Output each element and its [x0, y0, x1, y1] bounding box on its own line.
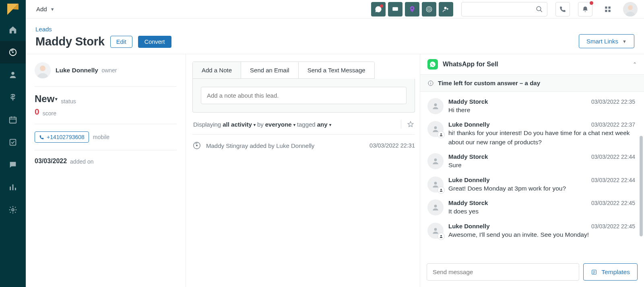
message-avatar: [427, 223, 444, 239]
message-text: It does yes: [448, 207, 635, 216]
activity-text: Maddy Stingray added by Luke Donnelly: [206, 142, 314, 149]
svg-point-19: [628, 5, 633, 10]
filter-who-dropdown[interactable]: everyone ▾: [265, 121, 295, 128]
message-time: 03/03/2022 22:44: [591, 154, 635, 160]
chat-message-input[interactable]: [427, 263, 579, 281]
tab-add-note[interactable]: Add a Note: [193, 62, 241, 78]
message-text: Sure: [448, 161, 635, 170]
notifications-button[interactable]: [578, 2, 592, 16]
lead-name-title: Maddy Stork: [35, 35, 105, 48]
profile-avatar[interactable]: [623, 2, 638, 16]
filter-activity-dropdown[interactable]: all activity ▾: [223, 121, 256, 128]
svg-point-7: [12, 209, 14, 211]
message-time: 03/03/2022 22:45: [591, 223, 635, 230]
message-sender: Maddy Storck: [448, 153, 488, 160]
message-avatar: [427, 121, 444, 137]
status-label: status: [61, 98, 76, 105]
nav-reports[interactable]: [0, 176, 26, 199]
edit-button[interactable]: Edit: [110, 36, 132, 48]
app-logo[interactable]: [0, 0, 26, 18]
svg-point-25: [434, 103, 437, 106]
templates-button[interactable]: Templates: [583, 263, 638, 281]
location-app-icon[interactable]: [405, 2, 419, 16]
svg-point-32: [434, 228, 437, 231]
message-sender: Luke Donnelly: [448, 176, 490, 183]
message-avatar: [427, 199, 444, 215]
convert-button[interactable]: Convert: [138, 36, 171, 48]
svg-point-12: [444, 7, 447, 9]
nav-deals[interactable]: [0, 86, 26, 109]
search-icon: [536, 6, 543, 13]
owner-role: owner: [101, 67, 117, 74]
smart-links-button[interactable]: Smart Links ▼: [579, 34, 634, 48]
add-label: Add: [36, 6, 47, 12]
message-time: 03/03/2022 22:35: [591, 98, 635, 105]
filter-prefix: Displaying: [193, 121, 221, 128]
whatsapp-app-icon[interactable]: [371, 2, 386, 16]
lead-created-icon: [192, 141, 201, 150]
apps-grid-button[interactable]: [601, 2, 615, 16]
nav-leads[interactable]: [0, 41, 26, 64]
svg-point-26: [434, 127, 437, 129]
divider: [401, 120, 401, 129]
nav-settings[interactable]: [0, 199, 26, 221]
whatsapp-panel: WhatsApp for Sell ⌃ Time left for custom…: [420, 54, 644, 287]
nav-home[interactable]: [0, 18, 26, 41]
nav-tasks[interactable]: [0, 131, 26, 154]
search-input[interactable]: [461, 2, 547, 16]
added-label: added on: [70, 158, 93, 165]
chat-message: Luke Donnelly03/03/2022 22:44Great! Does…: [420, 173, 644, 196]
nav-chat[interactable]: [0, 154, 26, 176]
message-text: Hi there: [448, 106, 635, 115]
compose-tabs: Add a Note Send an Email Send a Text Mes…: [192, 62, 375, 79]
svg-point-31: [434, 205, 437, 208]
note-input[interactable]: [201, 87, 407, 104]
caret-down-icon: ▾: [55, 96, 58, 102]
status-dropdown[interactable]: New▾: [35, 93, 58, 105]
phone-number-button[interactable]: +14102793608: [35, 131, 89, 143]
target-app-icon[interactable]: [422, 2, 436, 16]
svg-point-4: [11, 72, 14, 75]
page-header: Leads Maddy Stork Edit Convert Smart Lin…: [26, 18, 644, 54]
whatsapp-title: WhatsApp for Sell: [443, 61, 498, 68]
svg-rect-16: [605, 10, 607, 12]
phone-button[interactable]: [555, 2, 570, 16]
time-left-alert: Time left for custom answer – a day: [420, 75, 644, 92]
tab-send-email[interactable]: Send an Email: [241, 62, 299, 78]
integration-icons: [371, 2, 453, 16]
message-sender: Luke Donnelly: [448, 121, 490, 128]
collapse-panel-button[interactable]: ⌃: [633, 62, 637, 67]
message-sender: Maddy Storck: [448, 98, 488, 105]
star-icon[interactable]: [407, 121, 414, 128]
nav-calendar[interactable]: [0, 109, 26, 131]
tab-send-sms[interactable]: Send a Text Message: [299, 62, 374, 78]
activity-panel: Add a Note Send an Email Send a Text Mes…: [186, 54, 420, 287]
svg-point-27: [440, 133, 442, 135]
nav-contacts[interactable]: [0, 64, 26, 86]
message-text: Great! Does Monday at 3pm work for you?: [448, 184, 635, 193]
chat-messages: Maddy Storck03/03/2022 22:35Hi thereLuke…: [420, 92, 644, 258]
score-value: 0: [35, 107, 39, 117]
scrollbar-thumb[interactable]: [640, 136, 643, 236]
left-nav: [0, 0, 26, 287]
svg-rect-17: [609, 10, 611, 12]
add-button[interactable]: Add ▼: [32, 3, 59, 15]
svg-rect-6: [10, 139, 16, 146]
add-user-app-icon[interactable]: [439, 2, 453, 16]
filter-tag-dropdown[interactable]: any ▾: [317, 121, 331, 128]
breadcrumb-leads[interactable]: Leads: [35, 26, 171, 33]
chat-app-icon[interactable]: [388, 2, 402, 16]
activity-row: Maddy Stingray added by Luke Donnelly 03…: [192, 135, 415, 156]
added-date: 03/03/2022: [35, 158, 67, 165]
svg-point-29: [434, 182, 437, 184]
svg-point-30: [440, 189, 442, 190]
whatsapp-icon: [427, 59, 438, 70]
status-value: New: [35, 93, 54, 105]
phone-number: +14102793608: [47, 134, 85, 140]
details-panel: Luke Donnelly owner New▾ status 0 score …: [26, 54, 186, 287]
svg-rect-8: [392, 7, 398, 10]
filter-tagged: tagged: [297, 121, 316, 128]
owner-avatar: [35, 62, 51, 78]
chat-message: Maddy Storck03/03/2022 22:35Hi there: [420, 95, 644, 118]
chat-message: Maddy Storck03/03/2022 22:45It does yes: [420, 196, 644, 219]
